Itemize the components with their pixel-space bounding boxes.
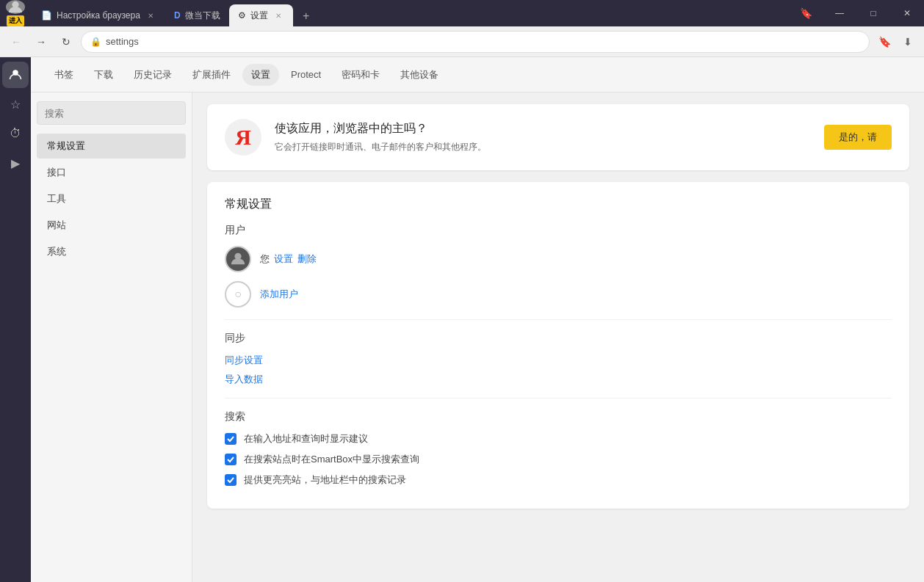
settings-sidebar: 常规设置 接口 工具 网站 系统 xyxy=(31,92,192,582)
lock-icon: 🔒 xyxy=(90,37,101,47)
titlebar-actions: 🔖 xyxy=(795,2,823,24)
checkbox-smartbox[interactable] xyxy=(225,454,237,465)
sync-settings-link[interactable]: 同步设置 xyxy=(225,354,892,367)
download-icon[interactable]: ⬇ xyxy=(898,32,918,52)
settings-nav-tools[interactable]: 工具 xyxy=(37,186,186,211)
import-data-link[interactable]: 导入数据 xyxy=(225,373,892,386)
left-sidebar: ☆ ⏱ ▶ xyxy=(0,57,31,582)
topnav-other-devices[interactable]: 其他设备 xyxy=(391,64,447,86)
checkbox-more-label: 提供更亮亮站，与地址栏中的搜索记录 xyxy=(244,473,406,487)
topnav-settings[interactable]: 设置 xyxy=(242,64,279,86)
general-section-title: 常规设置 xyxy=(225,197,892,212)
tab-d-icon: D xyxy=(174,10,181,21)
settings-content: Я 使该应用，浏览器中的主吗？ 它会打开链接即时通讯、电子邮件的客户和其他程序。… xyxy=(192,92,924,582)
checkbox-smartbox-row: 在搜索站点时在SmartBox中显示搜索查询 xyxy=(225,453,892,466)
sidebar-item-favorites[interactable]: ☆ xyxy=(2,91,29,117)
checkbox-more[interactable] xyxy=(225,474,237,486)
back-button[interactable]: ← xyxy=(6,32,26,52)
add-user-row: ○ 添加用户 xyxy=(225,281,892,308)
checkbox-suggestions-label: 在输入地址和查询时显示建议 xyxy=(244,432,368,445)
tab-close-browser-settings[interactable]: ✕ xyxy=(145,10,156,21)
tabs-area: 📄 Настройка браузера ✕ D 微当下载 ⚙ 设置 ✕ + xyxy=(31,0,795,26)
address-bar[interactable]: 🔒 settings xyxy=(81,31,870,53)
search-section: 在输入地址和查询时显示建议 在搜索站点时在SmartBox中显示搜索查询 提供更… xyxy=(225,432,892,487)
enter-badge: 进入 xyxy=(7,15,24,26)
sidebar-item-media[interactable]: ▶ xyxy=(2,150,29,176)
settings-layout: 常规设置 接口 工具 网站 系统 Я 使该应用，浏览器中的主吗？ 它会打开链接即… xyxy=(31,92,924,582)
address-text: settings xyxy=(106,36,860,47)
current-user-row: 您 设置 删除 xyxy=(225,246,892,272)
sidebar-item-profile[interactable] xyxy=(2,62,29,88)
new-tab-button[interactable]: + xyxy=(296,6,317,26)
tab-label: 微当下载 xyxy=(185,10,220,22)
topnav-passwords[interactable]: 密码和卡 xyxy=(333,64,389,86)
user-avatar xyxy=(225,246,251,272)
sync-subsection-title: 同步 xyxy=(225,332,892,345)
tab-close-settings[interactable]: ✕ xyxy=(272,10,284,21)
checkbox-smartbox-label: 在搜索站点时在SmartBox中显示搜索查询 xyxy=(244,453,419,466)
settings-nav-websites[interactable]: 网站 xyxy=(37,213,186,238)
checkbox-suggestions-row: 在输入地址和查询时显示建议 xyxy=(225,432,892,445)
addressbar-right: 🔖 ⬇ xyxy=(874,32,918,52)
users-subsection-title: 用户 xyxy=(225,224,892,237)
page-bookmark-icon[interactable]: 🔖 xyxy=(874,32,895,52)
divider-2 xyxy=(225,398,892,399)
topnav-protect[interactable]: Protect xyxy=(282,65,330,84)
topnav-downloads[interactable]: 下载 xyxy=(85,64,122,86)
general-settings-section: 常规设置 用户 您 设置 删除 ○ xyxy=(207,182,909,509)
settings-nav-system[interactable]: 系统 xyxy=(37,239,186,264)
settings-nav-general[interactable]: 常规设置 xyxy=(37,134,186,159)
topnav-history[interactable]: 历史记录 xyxy=(125,64,181,86)
default-app-button[interactable]: 是的，请 xyxy=(824,125,892,150)
add-icon: ○ xyxy=(234,288,242,301)
default-app-banner: Я 使该应用，浏览器中的主吗？ 它会打开链接即时通讯、电子邮件的客户和其他程序。… xyxy=(207,104,909,170)
avatar xyxy=(6,0,25,14)
checkbox-suggestions[interactable] xyxy=(225,433,237,445)
settings-search-input[interactable] xyxy=(37,101,186,125)
close-button[interactable]: ✕ xyxy=(890,0,924,26)
topnav-extensions[interactable]: 扩展插件 xyxy=(184,64,239,86)
main-layout: 书签 下载 历史记录 扩展插件 设置 Protect 密码和卡 其他设备 常规设… xyxy=(31,57,924,582)
reload-button[interactable]: ↻ xyxy=(56,32,76,52)
add-user-link[interactable]: 添加用户 xyxy=(260,288,298,301)
tab-label: Настройка браузера xyxy=(57,10,140,21)
settings-nav-interface[interactable]: 接口 xyxy=(37,160,186,185)
search-subsection-title: 搜索 xyxy=(225,410,892,423)
tab-download[interactable]: D 微当下载 xyxy=(165,4,229,26)
forward-button[interactable]: → xyxy=(31,32,51,52)
profile-area[interactable]: 进入 xyxy=(0,0,31,26)
maximize-button[interactable]: □ xyxy=(856,0,890,26)
banner-subtitle: 它会打开链接即时通讯、电子邮件的客户和其他程序。 xyxy=(275,141,811,153)
user-label: 您 xyxy=(260,252,270,266)
tab-page-icon: 📄 xyxy=(41,10,52,21)
banner-text: 使该应用，浏览器中的主吗？ 它会打开链接即时通讯、电子邮件的客户和其他程序。 xyxy=(275,121,811,153)
user-delete-link[interactable]: 删除 xyxy=(297,252,317,266)
svg-text:Я: Я xyxy=(235,125,251,149)
divider-1 xyxy=(225,319,892,320)
user-info: 您 设置 删除 xyxy=(260,252,317,266)
banner-title: 使该应用，浏览器中的主吗？ xyxy=(275,121,811,137)
tab-settings[interactable]: ⚙ 设置 ✕ xyxy=(229,4,293,26)
tab-gear-icon: ⚙ xyxy=(238,10,246,21)
add-user-circle: ○ xyxy=(225,281,251,308)
sidebar-item-history[interactable]: ⏱ xyxy=(2,120,29,147)
checkbox-more-row: 提供更亮亮站，与地址栏中的搜索记录 xyxy=(225,473,892,487)
minimize-button[interactable]: — xyxy=(823,0,856,26)
window-controls: — □ ✕ xyxy=(823,0,924,26)
yandex-logo: Я xyxy=(225,119,261,156)
titlebar: 进入 📄 Настройка браузера ✕ D 微当下载 ⚙ 设置 ✕ … xyxy=(0,0,924,26)
topnav-bookmarks[interactable]: 书签 xyxy=(46,64,82,86)
settings-topnav: 书签 下载 历史记录 扩展插件 设置 Protect 密码和卡 其他设备 xyxy=(31,57,924,92)
tab-browser-settings[interactable]: 📄 Настройка браузера ✕ xyxy=(32,4,165,26)
sidebar-item-send[interactable] xyxy=(2,579,29,582)
bookmark-manager-icon[interactable]: 🔖 xyxy=(795,2,817,24)
addressbar: ← → ↻ 🔒 settings 🔖 ⬇ xyxy=(0,26,924,57)
tab-label: 设置 xyxy=(250,10,268,22)
user-settings-link[interactable]: 设置 xyxy=(274,252,293,266)
